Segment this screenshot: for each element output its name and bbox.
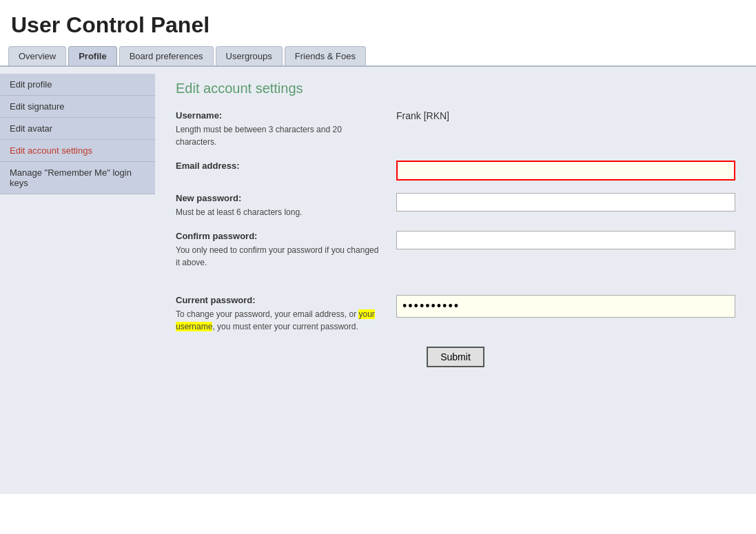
email-input[interactable] (396, 161, 735, 181)
new-password-label: New password: (176, 193, 382, 203)
username-label: Username: (176, 110, 382, 121)
current-password-input[interactable] (396, 295, 735, 318)
tab-overview[interactable]: Overview (8, 46, 66, 65)
sidebar-item-edit-signature[interactable]: Edit signature (0, 96, 155, 118)
current-password-row: Current password: To change your passwor… (176, 295, 735, 333)
new-password-input[interactable] (396, 193, 735, 212)
form-heading: Edit account settings (176, 81, 735, 96)
username-row: Username: Length must be between 3 chara… (176, 110, 735, 148)
confirm-password-row: Confirm password: You only need to confi… (176, 231, 735, 269)
submit-row: Submit (176, 347, 735, 367)
current-password-hint-after: , you must enter your current password. (212, 322, 358, 331)
sidebar: Edit profile Edit signature Edit avatar … (0, 67, 155, 494)
email-label: Email address: (176, 161, 382, 171)
tab-friends-foes[interactable]: Friends & Foes (285, 46, 366, 65)
current-password-label: Current password: (176, 295, 382, 305)
current-password-hint-before: To change your password, your email addr… (176, 309, 358, 319)
confirm-password-input[interactable] (396, 231, 735, 249)
confirm-password-hint: You only need to confirm your password i… (176, 245, 378, 267)
sidebar-item-edit-avatar[interactable]: Edit avatar (0, 118, 155, 140)
new-password-row: New password: Must be at least 6 charact… (176, 193, 735, 218)
confirm-password-label: Confirm password: (176, 231, 382, 241)
form-divider (176, 281, 735, 295)
tab-board-preferences[interactable]: Board preferences (119, 46, 214, 65)
page-title: User Control Panel (0, 0, 756, 46)
submit-button[interactable]: Submit (427, 347, 484, 367)
sidebar-item-edit-account-settings[interactable]: Edit account settings (0, 140, 155, 162)
form-section: Edit account settings Username: Length m… (155, 67, 756, 494)
tab-bar: Overview Profile Board preferences Userg… (0, 46, 756, 67)
sidebar-item-edit-profile[interactable]: Edit profile (0, 74, 155, 96)
username-hint: Length must be between 3 characters and … (176, 125, 342, 147)
current-password-hint: To change your password, your email addr… (176, 309, 375, 331)
tab-usergroups[interactable]: Usergroups (216, 46, 283, 65)
username-value: Frank [RKN] (396, 107, 449, 121)
main-content: Edit profile Edit signature Edit avatar … (0, 67, 756, 494)
tab-profile[interactable]: Profile (68, 46, 116, 65)
new-password-hint: Must be at least 6 characters long. (176, 207, 302, 217)
email-row: Email address: (176, 161, 735, 181)
sidebar-item-manage-remember-me[interactable]: Manage "Remember Me" login keys (0, 162, 155, 194)
